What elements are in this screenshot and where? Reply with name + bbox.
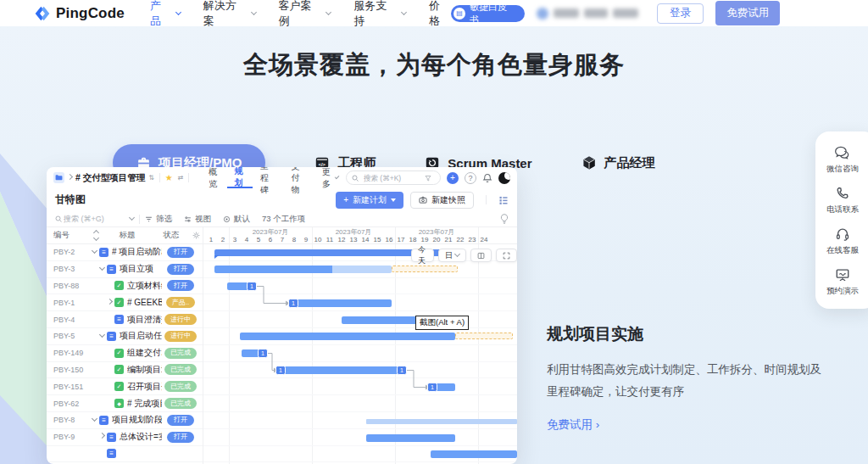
feature-description: 利用甘特图高效完成计划制定、工作拆分、时间规划及里程碑确定，让交付更有序 [547,359,826,404]
lightbulb-icon[interactable] [500,214,509,224]
phase-icon [99,248,108,257]
status-badge: 进行中 [164,314,197,325]
table-row[interactable]: PBY-2# 项目启动阶段打开 [47,244,203,261]
screenshot-tooltip: 截图(Alt + A) [415,316,469,330]
table-row[interactable]: PBY-151召开项目开工会已完成 [47,378,203,395]
phase-icon [99,416,108,425]
app-tab-deliverable[interactable]: 交付物 [283,167,314,188]
gantt-bar[interactable]: 1 [242,349,265,357]
dependency-badge: 1 [288,299,298,308]
filter-button[interactable]: 筛选 [145,214,172,225]
table-row[interactable]: PBY-8项目规划阶段打开 [47,412,203,429]
expand-toggle[interactable] [98,335,106,337]
table-row[interactable]: PBY-150编制项目章程已完成 [47,362,203,379]
list-view-icon[interactable] [498,195,509,205]
expand-toggle[interactable] [98,268,106,270]
nav-right: ▤敏捷白皮书 登录 免费试用 [451,1,780,25]
avatar[interactable] [498,172,510,184]
expand-toggle[interactable] [98,436,106,438]
milestone-icon [114,399,124,408]
wechat-contact-button[interactable]: 微信咨询 [826,145,859,175]
tab-product-manager[interactable]: 产品经理 [581,155,655,171]
app-toolbar-right: + ? [346,171,510,185]
gantt-bar[interactable] [366,434,455,442]
gantt-bar[interactable]: 11 [278,366,404,374]
gantt-bar-summary-light[interactable] [366,419,517,424]
app-tab-overview[interactable]: 概览 [201,167,226,188]
table-row[interactable]: PBY-88立项材料编辑打开 [47,278,203,295]
phone-contact-button[interactable]: 电话联系 [826,186,859,215]
demo-booking-button[interactable]: 预约演示 [826,267,859,297]
table-row[interactable]: PBY-9总体设计=实施方案（...打开 [47,429,203,446]
table-row[interactable]: PBY-149组建交付群和工作台已完成 [47,345,203,362]
free-trial-link[interactable]: 免费试用 › [547,417,599,433]
gantt-bar[interactable] [431,450,517,458]
work-item-table: 编号 标题 状态 PBY-2# 项目启动阶段打开 PBY-3项目立项打开 PBY… [47,227,203,464]
favorite-star-icon[interactable]: ★ [165,173,173,182]
nav-item-cases[interactable]: 客户案例 [279,0,331,29]
table-row[interactable]: PBY-62# 完成项目启动阶段...已完成 [47,395,203,412]
chevron-down-icon [401,8,407,14]
scale-select[interactable]: 日 [438,249,466,262]
expand-toggle[interactable] [91,419,98,421]
status-badge: 进行中 [164,331,197,342]
chevron-down-icon[interactable] [129,215,135,221]
dropdown-caret-icon [391,198,396,202]
fullscreen-button[interactable] [496,249,517,262]
search-input[interactable] [362,173,421,183]
view-header-actions: +新建计划 新建快照 [336,192,509,209]
table-row[interactable]: PBY-4项目澄清交底进行中 [47,311,203,328]
new-plan-button[interactable]: +新建计划 [336,192,403,209]
new-snapshot-button[interactable]: 新建快照 [410,192,474,209]
sort-icon[interactable] [91,231,101,240]
today-button[interactable]: 今天 [411,249,434,262]
task-icon [114,281,124,290]
nav-item-solutions[interactable]: 解决方案 [203,0,256,29]
gantt-bar[interactable] [214,266,332,273]
table-row[interactable] [47,446,203,463]
global-search[interactable] [346,171,441,185]
table-row[interactable]: PBY-1# GEEKBOOKS 极...产品.. [47,294,203,311]
breadcrumb[interactable]: # 交付型项目管理 ⇅ [53,172,154,184]
gantt-month-header: 2023年07月 2023年07月 2023年07月 [203,227,517,236]
gantt-bar[interactable]: 1 [291,299,392,307]
bell-icon[interactable] [482,173,492,183]
free-trial-button[interactable]: 免费试用 [715,1,780,25]
login-button[interactable]: 登录 [657,3,704,24]
id-column-header[interactable]: 编号 [53,230,91,241]
gantt-bar[interactable]: 1 [430,383,455,391]
default-view-button[interactable]: 默认 [223,214,250,225]
divider [188,173,189,182]
target-icon [223,215,231,223]
nav-item-pricing[interactable]: 价格 [429,0,451,29]
nav-item-products[interactable]: 产品 [150,0,181,29]
view-settings-button[interactable]: 视图 [184,214,211,225]
swap-icon[interactable]: ⇄ [178,174,184,182]
sort-caret-icon[interactable]: ⇅ [148,174,154,182]
title-column-header[interactable]: 标题 [101,230,153,241]
filter-search-input[interactable] [62,214,130,224]
table-row[interactable]: PBY-5项目启动任命进行中 [47,328,203,345]
divider [486,195,487,204]
gantt-bar-summary[interactable] [214,249,443,256]
gantt-bar[interactable]: 1 [227,282,254,290]
pingcode-logo[interactable]: PingCode [34,5,125,22]
nav-item-support[interactable]: 服务支持 [353,0,406,29]
status-column-header[interactable]: 状态 [153,230,189,241]
app-tab-more[interactable]: 更多 [314,167,346,188]
dependency-badge: 1 [258,349,268,358]
app-tab-planning[interactable]: 规划 [227,167,253,188]
split-view-button[interactable] [470,249,492,262]
status-badge: 打开 [167,264,194,275]
gear-icon[interactable] [189,232,203,239]
expand-toggle[interactable] [106,302,114,304]
whitepaper-badge[interactable]: ▤敏捷白皮书 [451,5,525,22]
cube-icon [581,155,597,171]
online-service-button[interactable]: 在线客服 [826,226,859,256]
table-row[interactable]: PBY-3项目立项打开 [47,261,203,278]
help-icon[interactable]: ? [465,172,476,184]
gantt-bar[interactable] [240,333,455,340]
expand-toggle[interactable] [91,251,98,253]
app-tab-milestone[interactable]: 里程碑 [253,167,284,188]
add-button[interactable]: + [447,172,459,184]
